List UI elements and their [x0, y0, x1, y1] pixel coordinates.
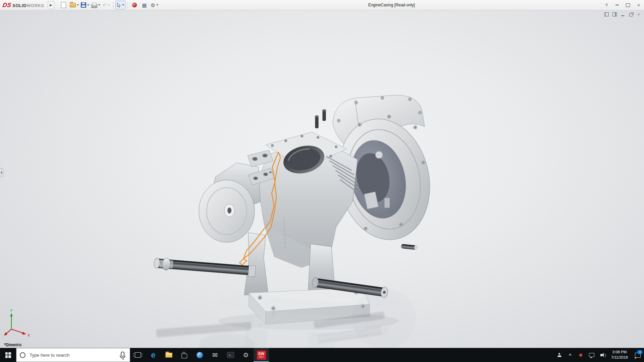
microphone-icon[interactable]: [121, 352, 124, 357]
tray-app-button[interactable]: [576, 348, 586, 362]
taskbar-item-solidworks[interactable]: SW 2017: [254, 348, 269, 362]
mail-envelope-icon: ✉: [212, 352, 218, 358]
save-button[interactable]: [80, 1, 90, 9]
print-button[interactable]: [91, 1, 101, 9]
solidworks-2017-icon: SW 2017: [257, 351, 266, 360]
document-restore-button[interactable]: [627, 11, 634, 17]
document-window-controls: ×: [603, 11, 642, 17]
shaft-rod-front: [153, 257, 256, 277]
chevron-down-icon: [156, 4, 158, 6]
gear-icon: ⚙: [151, 3, 155, 8]
window-controls: ? ×: [601, 0, 644, 10]
gear-icon: ⚙: [243, 352, 249, 358]
cortana-icon: [20, 352, 25, 358]
task-view-icon: [135, 352, 141, 358]
logo-text-works: WORKS: [26, 3, 44, 8]
volume-button[interactable]: [597, 348, 608, 362]
action-center-button[interactable]: 3: [631, 348, 644, 362]
sw-icon-year: 2017: [259, 356, 264, 358]
solidworks-logo: DS SOLID WORKS: [0, 2, 48, 9]
show-left-pane-button[interactable]: [603, 11, 610, 17]
logo-text-solid: SOLID: [12, 3, 26, 8]
taskbar-item-browser[interactable]: [192, 348, 207, 362]
bom-table-button[interactable]: ▦: [140, 1, 149, 9]
minimize-button[interactable]: [612, 0, 623, 10]
store-bag-icon: [181, 354, 187, 358]
solidworks-app-window: DS SOLID WORKS ▶ ↶: [0, 0, 644, 362]
chevron-down-icon: [77, 4, 79, 6]
restore-icon: [629, 13, 633, 16]
floor-reflection: [153, 288, 440, 348]
document-title: EngineCasing [Read-only]: [368, 3, 415, 7]
chevron-down-icon: [122, 4, 124, 6]
select-tool-button[interactable]: [115, 1, 125, 9]
appearance-sphere-icon: [132, 3, 137, 7]
chevron-down-icon: [98, 4, 100, 6]
chevron-down-icon: [87, 4, 89, 6]
taskbar-item-edge[interactable]: e: [146, 348, 161, 362]
system-tray: ^ 3:08 PM 7/11/2018 3: [554, 348, 644, 362]
windows-taskbar: e ✉ >_ ⚙ SW 2017: [0, 348, 644, 362]
titlebar: DS SOLID WORKS ▶ ↶: [0, 0, 644, 10]
taskbar-item-settings[interactable]: ⚙: [238, 348, 254, 362]
toolbar-separator: [127, 2, 128, 8]
notification-count-badge: 3: [637, 350, 643, 354]
document-minimize-button[interactable]: [619, 11, 626, 17]
edge-icon: e: [151, 351, 155, 359]
triad-y-label: Y: [10, 309, 13, 313]
open-folder-icon: [70, 3, 76, 7]
browser-globe-icon: [197, 352, 203, 358]
help-button[interactable]: ?: [601, 0, 612, 10]
taskbar-item-file-explorer[interactable]: [161, 348, 176, 362]
view-orientation-label: *Dimetric: [4, 343, 22, 347]
minimize-icon: [615, 5, 619, 5]
close-button[interactable]: ×: [633, 0, 644, 10]
maximize-icon: [626, 3, 630, 7]
print-icon: [91, 4, 97, 8]
document-close-button[interactable]: ×: [635, 11, 642, 17]
stub-shaft: [401, 244, 418, 250]
people-button[interactable]: [554, 348, 565, 362]
new-document-icon: [61, 2, 66, 8]
graphics-area[interactable]: ×: [0, 10, 644, 348]
clock-time: 3:08 PM: [612, 350, 627, 355]
person-icon: [557, 353, 561, 357]
taskbar-item-store[interactable]: [176, 348, 192, 362]
new-document-button[interactable]: [59, 1, 68, 9]
taskbar-item-mail[interactable]: ✉: [207, 348, 223, 362]
taskbar-search[interactable]: [16, 348, 130, 362]
file-explorer-icon: [165, 353, 172, 358]
minimize-icon: [621, 15, 624, 16]
speaker-icon: [600, 354, 602, 356]
options-button[interactable]: ⚙: [150, 1, 159, 9]
pane-left-icon: [604, 12, 609, 16]
hidden-icons-button[interactable]: ^: [565, 348, 576, 362]
quick-access-toolbar: ↶ ▦ ⚙: [59, 1, 159, 9]
ds-logo-icon: DS: [2, 2, 12, 9]
undo-button[interactable]: ↶: [102, 1, 111, 9]
save-floppy-icon: [81, 2, 86, 8]
maximize-button[interactable]: [623, 0, 633, 10]
taskbar-clock[interactable]: 3:08 PM 7/11/2018: [608, 348, 631, 362]
network-button[interactable]: [586, 348, 597, 362]
undo-icon: ↶: [103, 3, 107, 8]
appearance-button[interactable]: [130, 1, 139, 9]
pane-right-icon: [612, 12, 617, 16]
select-cursor-icon: [117, 3, 121, 8]
tray-app-icon: [579, 354, 582, 357]
orientation-triad: Y X: [2, 308, 34, 339]
menu-flyout-arrow-icon[interactable]: ▶: [48, 1, 54, 9]
task-view-button[interactable]: [130, 348, 146, 362]
show-right-pane-button[interactable]: [611, 11, 618, 17]
search-input[interactable]: [29, 352, 119, 358]
open-button[interactable]: [69, 1, 79, 9]
clock-date: 7/11/2018: [611, 355, 628, 360]
sw-icon-text: SW: [258, 352, 265, 356]
network-monitor-icon: [589, 353, 594, 357]
taskbar-item-command-prompt[interactable]: >_: [223, 348, 238, 362]
windows-logo-icon: [5, 352, 11, 358]
chevron-up-icon: ^: [569, 353, 572, 357]
engine-casing-model[interactable]: [0, 10, 644, 348]
start-button[interactable]: [0, 348, 16, 362]
chevron-down-icon: [108, 4, 110, 6]
